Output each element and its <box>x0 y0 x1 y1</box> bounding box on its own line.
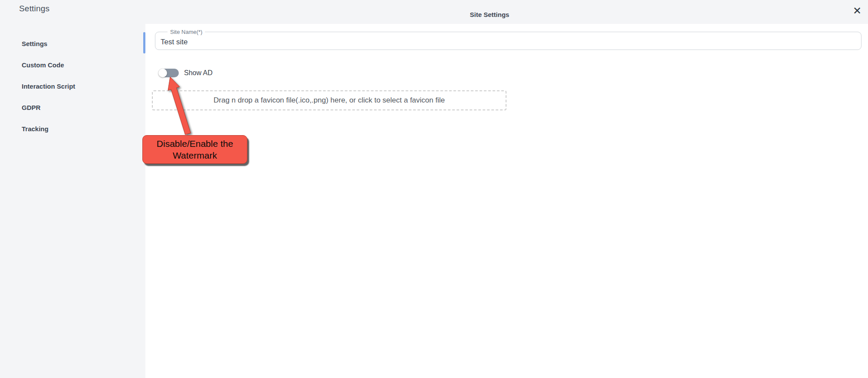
toggle-thumb <box>158 69 167 77</box>
sidebar-item-tracking[interactable]: Tracking <box>0 118 145 139</box>
show-ad-label: Show AD <box>184 69 213 77</box>
sidebar: Settings Custom Code Interaction Script … <box>0 24 145 378</box>
page-title: Settings <box>19 4 49 13</box>
annotation-text-line1: Disable/Enable the <box>157 138 233 149</box>
favicon-dropzone-text: Drag n drop a favicon file(.ico,.png) he… <box>214 96 445 105</box>
sidebar-item-interaction-script[interactable]: Interaction Script <box>0 76 145 97</box>
sidebar-item-settings[interactable]: Settings <box>0 33 145 54</box>
annotation-text-line2: Watermark <box>173 149 217 161</box>
sidebar-item-custom-code[interactable]: Custom Code <box>0 54 145 76</box>
close-icon[interactable]: ✕ <box>850 3 865 18</box>
sidebar-item-gdpr[interactable]: GDPR <box>0 97 145 118</box>
favicon-dropzone[interactable]: Drag n drop a favicon file(.ico,.png) he… <box>152 90 506 110</box>
dialog-title: Site Settings <box>470 11 510 18</box>
site-name-field[interactable]: Site Name(*) <box>155 32 861 50</box>
site-name-input[interactable] <box>155 32 861 50</box>
settings-panel: Site Name(*) Show AD Drag n drop a favic… <box>145 24 868 378</box>
annotation-callout: Disable/Enable the Watermark <box>142 135 247 164</box>
settings-screen: Settings Site Settings ✕ Settings Custom… <box>0 0 868 378</box>
site-name-label: Site Name(*) <box>168 29 205 36</box>
show-ad-toggle[interactable] <box>160 68 179 78</box>
show-ad-row: Show AD <box>160 66 213 80</box>
